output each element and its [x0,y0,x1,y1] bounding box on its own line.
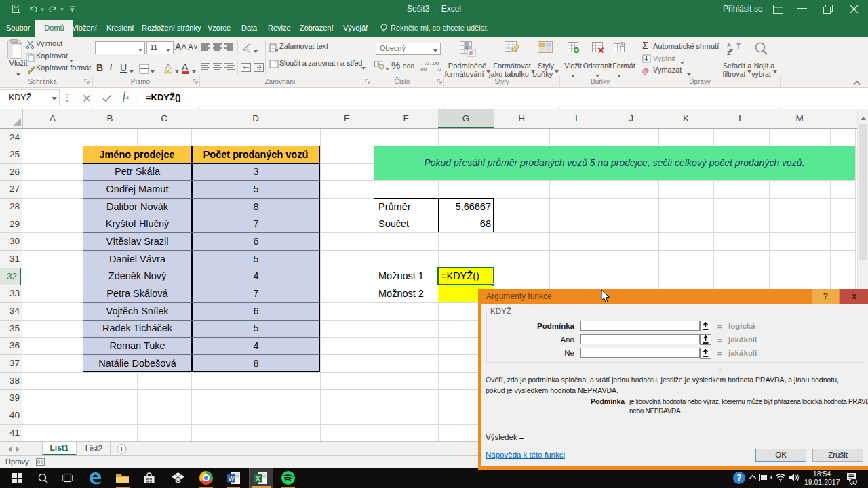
svg-text:W: W [229,474,235,482]
svg-text:X: X [256,474,260,482]
svg-text:A: A [727,42,731,49]
svg-text:Z: Z [727,49,731,56]
